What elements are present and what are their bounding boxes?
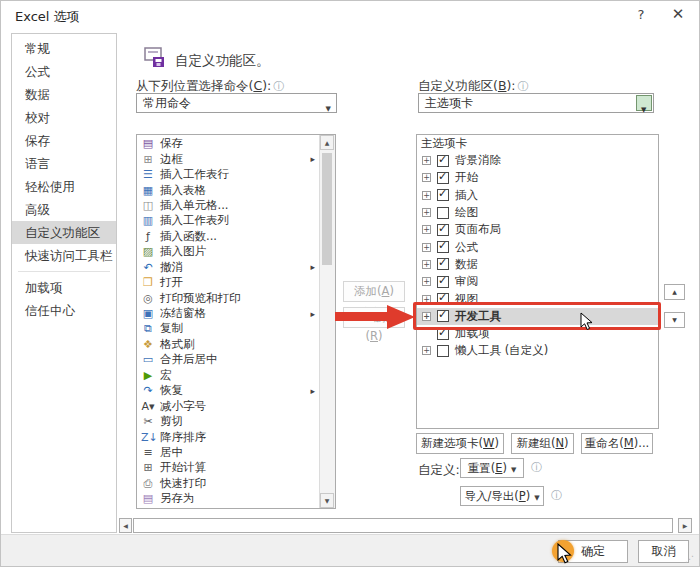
tree-expand-icon[interactable]: + <box>422 277 431 286</box>
command-item[interactable]: ≡居中 <box>137 445 319 460</box>
commands-source-combo[interactable]: 常用命令 ▼ <box>136 93 337 113</box>
command-item[interactable]: ▣冻结窗格▸ <box>137 306 319 321</box>
merge-center-icon: ▭ <box>141 353 155 366</box>
scrollbar-track[interactable] <box>133 518 673 533</box>
dialog-title: Excel 选项 <box>15 8 80 26</box>
command-item[interactable]: ▦插入表格 <box>137 182 319 197</box>
sidebar-item-formulas[interactable]: 公式 <box>12 60 116 83</box>
checkbox-checked[interactable]: ✓ <box>437 155 449 167</box>
checkbox-checked[interactable]: ✓ <box>437 241 449 253</box>
add-button[interactable]: 添加(A) >> <box>343 281 405 302</box>
tree-expand-icon[interactable]: + <box>422 156 431 165</box>
checkbox-checked[interactable]: ✓ <box>437 224 449 236</box>
commands-source-value: 常用命令 <box>143 96 191 110</box>
sidebar-item-advanced[interactable]: 高级 <box>12 198 116 221</box>
checkbox-checked[interactable]: ✓ <box>437 172 449 184</box>
checkbox-unchecked[interactable] <box>437 207 449 219</box>
import-export-button[interactable]: 导入/导出(P)▼ <box>460 486 544 506</box>
sidebar-item-general[interactable]: 常规 <box>12 37 116 60</box>
command-label: 格式刷 <box>160 337 195 352</box>
command-item[interactable]: ▭合并后居中 <box>137 352 319 367</box>
sidebar-item-data[interactable]: 数据 <box>12 83 116 106</box>
ribbon-tab-item[interactable]: +✓插入 <box>417 187 658 204</box>
checkbox-checked[interactable]: ✓ <box>437 189 449 201</box>
rename-button[interactable]: 重命名(M)... <box>581 433 653 454</box>
close-icon[interactable]: ✕ <box>667 5 689 23</box>
tree-expand-icon[interactable]: + <box>422 208 431 217</box>
command-item[interactable]: ▨插入图片 <box>137 244 319 259</box>
command-label: 恢复 <box>160 383 183 398</box>
ribbon-tab-item[interactable]: +绘图 <box>417 204 658 221</box>
command-item[interactable]: ▤另存为 <box>137 491 319 506</box>
reset-button[interactable]: 重置(E)▼ <box>460 458 524 478</box>
command-item[interactable]: ❒打开 <box>137 275 319 290</box>
move-up-icon[interactable]: ▲ <box>664 284 685 300</box>
command-item[interactable]: ❏名称管理器 <box>137 507 319 510</box>
new-tab-button[interactable]: 新建选项卡(W) <box>416 433 504 454</box>
command-item[interactable]: ▥插入工作表列 <box>137 213 319 228</box>
tree-expand-icon[interactable]: + <box>422 346 431 355</box>
checkbox-unchecked[interactable] <box>437 345 449 357</box>
scroll-down-icon[interactable]: ▼ <box>320 493 334 508</box>
move-down-icon[interactable]: ▼ <box>664 312 685 328</box>
command-item[interactable]: ✂剪切 <box>137 414 319 429</box>
command-item[interactable]: ⎙快速打印 <box>137 476 319 491</box>
vertical-scrollbar[interactable]: ▲ ▼ <box>319 135 335 508</box>
tree-expand-icon[interactable]: + <box>422 260 431 269</box>
command-item[interactable]: ❖格式刷 <box>137 337 319 352</box>
command-item[interactable]: ◫插入单元格... <box>137 198 319 213</box>
cancel-button[interactable]: 取消 <box>638 540 689 563</box>
scrollbar-thumb[interactable] <box>322 153 332 265</box>
command-item[interactable]: Z↓降序排序 <box>137 429 319 444</box>
sidebar-item-quick-access-toolbar[interactable]: 快速访问工具栏 <box>12 244 116 267</box>
ribbon-tab-item[interactable]: +✓开始 <box>417 169 658 186</box>
new-group-button[interactable]: 新建组(N) <box>511 433 574 454</box>
tree-expand-icon[interactable]: + <box>422 243 431 252</box>
ribbon-scope-combo[interactable]: 主选项卡 ▼ <box>418 93 654 113</box>
sidebar-item-proofing[interactable]: 校对 <box>12 106 116 129</box>
command-item[interactable]: ◎打印预览和打印 <box>137 290 319 305</box>
command-item[interactable]: ☰插入工作表行 <box>137 167 319 182</box>
ribbon-tab-item[interactable]: +✓数据 <box>417 256 658 273</box>
scroll-up-icon[interactable]: ▲ <box>320 135 334 150</box>
checkbox-checked[interactable]: ✓ <box>437 258 449 270</box>
customize-ribbon-icon <box>142 45 168 71</box>
ribbon-tab-item[interactable]: +✓公式 <box>417 238 658 255</box>
check-icon: ✓ <box>438 153 447 166</box>
ribbon-tab-item[interactable]: +✓页面布局 <box>417 221 658 238</box>
ribbon-tab-item[interactable]: +✓审阅 <box>417 273 658 290</box>
combo-dropdown-button[interactable]: ▼ <box>636 95 652 111</box>
command-item[interactable]: ↶撤消▸ <box>137 260 319 275</box>
horizontal-scrollbar[interactable]: ◀ ▶ <box>119 518 692 533</box>
ribbon-tab-item[interactable]: +✓背景消除 <box>417 152 658 169</box>
command-item[interactable]: ƒ插入函数... <box>137 229 319 244</box>
sidebar-item-add-ins[interactable]: 加载项 <box>12 276 116 299</box>
command-item[interactable]: A▾减小字号 <box>137 398 319 413</box>
tree-expand-icon[interactable]: + <box>422 225 431 234</box>
sidebar-item-language[interactable]: 语言 <box>12 152 116 175</box>
command-item[interactable]: ⊞开始计算 <box>137 460 319 475</box>
scroll-left-icon[interactable]: ◀ <box>119 518 132 533</box>
sidebar-item-customize-ribbon[interactable]: 自定义功能区 <box>12 221 116 244</box>
command-label: 插入单元格... <box>160 198 228 213</box>
tree-expand-icon[interactable]: + <box>422 173 431 182</box>
sidebar-item-trust-center[interactable]: 信任中心 <box>12 299 116 322</box>
help-icon[interactable]: ? <box>631 7 651 22</box>
name-manager-icon: ❏ <box>141 508 155 509</box>
check-icon: ✓ <box>438 239 447 252</box>
check-icon: ✓ <box>438 256 447 269</box>
insert-table-icon: ▦ <box>141 184 155 197</box>
sidebar-item-ease-of-access[interactable]: 轻松使用 <box>12 175 116 198</box>
sidebar-item-save[interactable]: 保存 <box>12 129 116 152</box>
command-item[interactable]: ▤保存 <box>137 136 319 151</box>
checkbox-checked[interactable]: ✓ <box>437 276 449 288</box>
insert-sheet-rows-icon: ☰ <box>141 168 155 181</box>
chevron-down-icon: ▼ <box>326 100 331 118</box>
command-item[interactable]: ▶宏 <box>137 368 319 383</box>
tree-expand-icon[interactable]: + <box>422 191 431 200</box>
command-item[interactable]: ⧉复制 <box>137 321 319 336</box>
ribbon-tab-item[interactable]: +懒人工具 (自定义) <box>417 342 658 359</box>
scroll-right-icon[interactable]: ▶ <box>678 518 692 533</box>
command-item[interactable]: ↷恢复▸ <box>137 383 319 398</box>
command-item[interactable]: ⊞边框▸ <box>137 151 319 166</box>
